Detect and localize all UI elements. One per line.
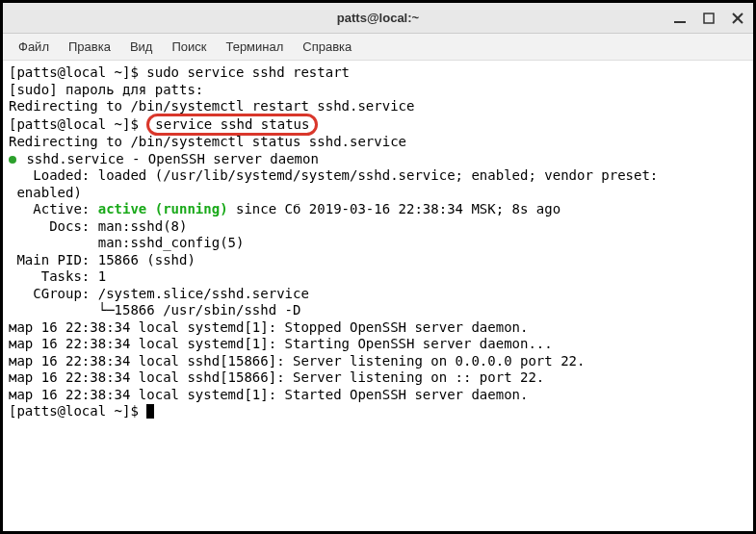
prompt: [patts@local ~]$ [9,64,146,80]
terminal-output[interactable]: [patts@local ~]$ sudo service sshd resta… [3,61,753,531]
maximize-button[interactable] [701,11,717,26]
terminal-line: Docs: man:sshd(8) [9,218,747,236]
svg-rect-1 [704,13,714,23]
menu-terminal[interactable]: Терминал [218,36,291,58]
terminal-line: enabled) [9,185,747,202]
terminal-line: Active: active (running) since Сб 2019-0… [9,201,747,218]
terminal-line: мар 16 22:38:34 local systemd[1]: Stoppe… [9,319,747,337]
close-button[interactable] [730,11,745,26]
menu-view[interactable]: Вид [122,36,161,58]
terminal-line: мар 16 22:38:34 local sshd[15866]: Serve… [9,369,747,387]
terminal-line: Tasks: 1 [9,268,747,286]
active-label: Active: [9,201,98,216]
prompt: [patts@local ~]$ [9,116,146,132]
terminal-line: man:sshd_config(5) [9,235,747,252]
active-status: active (running) [98,201,228,216]
terminal-line: мар 16 22:38:34 local systemd[1]: Starti… [9,336,747,353]
window-controls [672,11,745,26]
terminal-line: [sudo] пароль для patts: [9,82,747,99]
terminal-line: └─15866 /usr/sbin/sshd -D [9,302,747,319]
minimize-button[interactable] [672,11,688,26]
highlighted-command: service sshd status [146,114,318,137]
terminal-line: [patts@local ~]$ sudo service sshd resta… [9,64,747,82]
terminal-line: [patts@local ~]$ [9,403,747,420]
titlebar: patts@local:~ [3,3,753,34]
menu-help[interactable]: Справка [295,36,359,58]
active-since: since Сб 2019-03-16 22:38:34 MSK; 8s ago [228,201,561,216]
terminal-line: мар 16 22:38:34 local sshd[15866]: Serve… [9,353,747,370]
window-title: patts@local:~ [3,11,753,25]
terminal-line: [patts@local ~]$ service sshd status [9,115,747,135]
command-text: sudo service sshd restart [146,64,350,80]
cursor-icon [146,404,154,419]
terminal-line: CGroup: /system.slice/sshd.service [9,286,747,303]
terminal-line: Redirecting to /bin/systemctl status ssh… [9,134,747,151]
terminal-line: Main PID: 15866 (sshd) [9,252,747,269]
menu-edit[interactable]: Правка [61,36,118,58]
menu-search[interactable]: Поиск [164,36,214,58]
prompt: [patts@local ~]$ [9,403,146,419]
terminal-line: sshd.service - OpenSSH server daemon [9,151,747,168]
terminal-line: Redirecting to /bin/systemctl restart ss… [9,98,747,115]
terminal-line: мар 16 22:38:34 local systemd[1]: Starte… [9,387,747,404]
terminal-line: Loaded: loaded (/usr/lib/systemd/system/… [9,167,747,185]
status-dot-icon [9,156,16,164]
service-name: sshd.service - OpenSSH server daemon [18,151,319,166]
menu-file[interactable]: Файл [11,36,57,58]
menubar: Файл Правка Вид Поиск Терминал Справка [3,34,753,61]
